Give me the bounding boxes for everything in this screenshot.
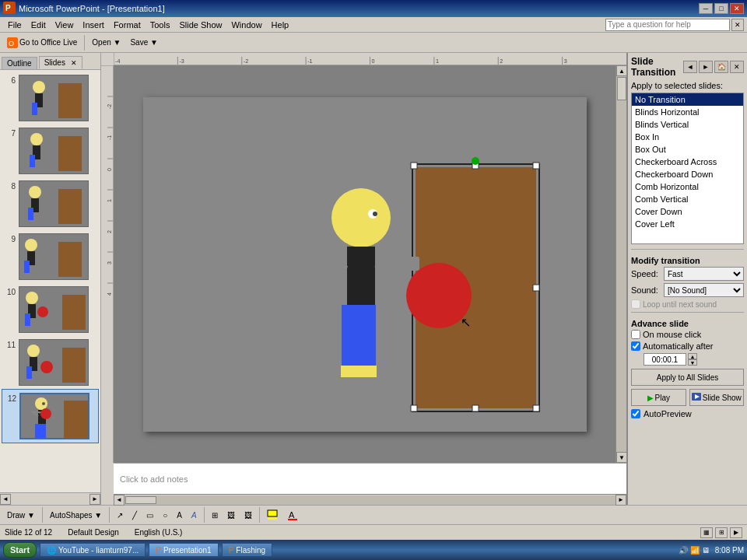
menu-window[interactable]: Window [226, 19, 266, 31]
scroll-left-canvas-button[interactable]: ◄ [114, 495, 124, 506]
minimize-button[interactable]: ─ [699, 3, 713, 14]
autopreview-label: AutoPreview [644, 409, 692, 418]
draw-button[interactable]: Draw ▼ [3, 506, 39, 523]
auto-after-checkbox[interactable] [631, 341, 640, 351]
svg-point-93 [373, 212, 377, 216]
svg-rect-44 [35, 424, 40, 438]
open-button[interactable]: Open ▼ [88, 34, 124, 51]
transition-checkerboard-across[interactable]: Checkerboard Across [632, 156, 743, 168]
scroll-thumb-v[interactable] [617, 77, 626, 100]
menu-file[interactable]: File [3, 19, 26, 31]
scroll-up-button[interactable]: ▲ [616, 65, 627, 76]
save-button[interactable]: Save ▼ [126, 34, 161, 51]
close-button[interactable]: ✕ [730, 3, 744, 14]
insert-clipart-button[interactable]: 🖼 [223, 506, 239, 523]
menu-help[interactable]: Help [267, 19, 294, 31]
slide-thumb-8[interactable]: 8 [2, 177, 99, 230]
slide-thumb-7[interactable]: 7 [2, 124, 99, 177]
panel-back-button[interactable]: ◄ [683, 61, 697, 73]
autopreview-checkbox[interactable] [631, 409, 640, 418]
transition-comb-h[interactable]: Comb Horizontal [632, 180, 743, 193]
auto-after-label: Automatically after [643, 341, 713, 351]
slide-thumb-12[interactable]: 12 [2, 389, 99, 443]
tab-outline[interactable]: Outline [2, 57, 37, 69]
svg-point-43 [40, 408, 51, 419]
tab-slides[interactable]: Slides ✕ [39, 56, 82, 69]
play-button[interactable]: ▶ Play [631, 389, 686, 406]
ellipse-tool[interactable]: ○ [159, 506, 171, 523]
arrow-tool[interactable]: ↗ [113, 506, 127, 523]
panel-header: Slide Transition ◄ ► 🏠 ✕ [631, 56, 744, 78]
transition-checkerboard-down[interactable]: Checkerboard Down [632, 168, 743, 180]
go-to-office-live-button[interactable]: O Go to Office Live [3, 34, 81, 51]
transition-blinds-h[interactable]: Blinds Horizontal [632, 106, 743, 118]
transition-box-in[interactable]: Box In [632, 131, 743, 143]
canvas-vscrollbar: ▲ ▼ [615, 65, 626, 463]
transition-box-out[interactable]: Box Out [632, 143, 743, 156]
transition-cover-left[interactable]: Cover Left [632, 218, 743, 230]
transition-no-transition[interactable]: No Transition [632, 93, 743, 106]
apply-all-button[interactable]: Apply to All Slides [631, 369, 744, 386]
slideshow-button[interactable]: Slide Show [689, 389, 745, 406]
slide-thumb-9[interactable]: 9 [2, 230, 99, 283]
svg-text:-4: -4 [115, 58, 120, 65]
app-icon: P [3, 2, 16, 16]
slideshow-view-button[interactable]: ▶ [730, 527, 742, 538]
svg-text:-2: -2 [107, 104, 112, 109]
sound-select[interactable]: [No Sound] [664, 283, 744, 297]
menu-insert[interactable]: Insert [78, 19, 109, 31]
close-tab-icon[interactable]: ✕ [71, 59, 77, 67]
help-search-close[interactable]: ✕ [731, 19, 744, 31]
taskbar-item-youtube[interactable]: 🌐 YouTube - liamturn97... [40, 543, 146, 557]
notes-area[interactable]: Click to add notes [114, 463, 626, 494]
draw-sep2 [109, 507, 110, 523]
slide-thumb-10[interactable]: 10 [2, 283, 99, 336]
scroll-right-canvas-button[interactable]: ► [615, 495, 626, 506]
panel-forward-button[interactable]: ► [699, 61, 713, 73]
insert-picture-button[interactable]: 🖼 [240, 506, 256, 523]
panel-home-button[interactable]: 🏠 [714, 61, 728, 73]
transition-comb-v[interactable]: Comb Vertical [632, 193, 743, 205]
fill-color-button[interactable] [263, 506, 282, 523]
normal-view-button[interactable]: ▦ [700, 527, 713, 538]
draw-sep [42, 507, 43, 523]
svg-text:0: 0 [107, 168, 112, 171]
textbox-tool[interactable]: A [173, 506, 186, 523]
taskbar-item-presentation[interactable]: P Presentation1 [149, 543, 218, 557]
taskbar-item-flashing[interactable]: P Flashing [222, 543, 272, 557]
sound-row: Sound: [No Sound] [631, 283, 744, 297]
menu-tools[interactable]: Tools [146, 19, 175, 31]
scroll-left-button[interactable]: ◄ [0, 494, 11, 505]
wordart-tool[interactable]: A [188, 506, 201, 523]
svg-point-39 [42, 402, 45, 405]
scroll-right-button[interactable]: ► [89, 494, 100, 505]
menu-edit[interactable]: Edit [26, 19, 51, 31]
insert-diagram-button[interactable]: ⊞ [208, 506, 222, 523]
h-scroll-thumb[interactable] [125, 496, 156, 504]
loop-row: Loop until next sound [631, 299, 744, 309]
start-button[interactable]: Start [3, 542, 37, 558]
font-color-button[interactable]: A [283, 506, 302, 523]
menu-view[interactable]: View [51, 19, 79, 31]
autoshapes-button[interactable]: AutoShapes ▼ [46, 506, 106, 523]
maximize-button[interactable]: □ [714, 3, 728, 14]
scroll-down-button[interactable]: ▼ [616, 452, 627, 463]
transition-cover-down[interactable]: Cover Down [632, 205, 743, 218]
time-down-button[interactable]: ▼ [688, 359, 697, 366]
menu-format[interactable]: Format [109, 19, 146, 31]
transition-blinds-v[interactable]: Blinds Vertical [632, 118, 743, 131]
slide-thumb-6[interactable]: 6 [2, 72, 99, 124]
mouse-click-checkbox[interactable] [631, 330, 640, 339]
line-tool[interactable]: ╱ [128, 506, 141, 523]
time-up-button[interactable]: ▲ [688, 353, 697, 359]
help-search-input[interactable] [605, 19, 730, 31]
svg-text:1: 1 [436, 58, 439, 65]
panel-close-button[interactable]: ✕ [730, 61, 744, 73]
auto-time-input[interactable] [644, 353, 686, 366]
menu-slideshow[interactable]: Slide Show [174, 19, 226, 31]
slidesorter-view-button[interactable]: ⊞ [715, 527, 728, 538]
loop-checkbox[interactable] [631, 299, 640, 309]
slide-thumb-11[interactable]: 11 [2, 336, 99, 389]
speed-select[interactable]: Fast Medium Slow [664, 267, 744, 281]
rect-tool[interactable]: ▭ [142, 506, 157, 523]
